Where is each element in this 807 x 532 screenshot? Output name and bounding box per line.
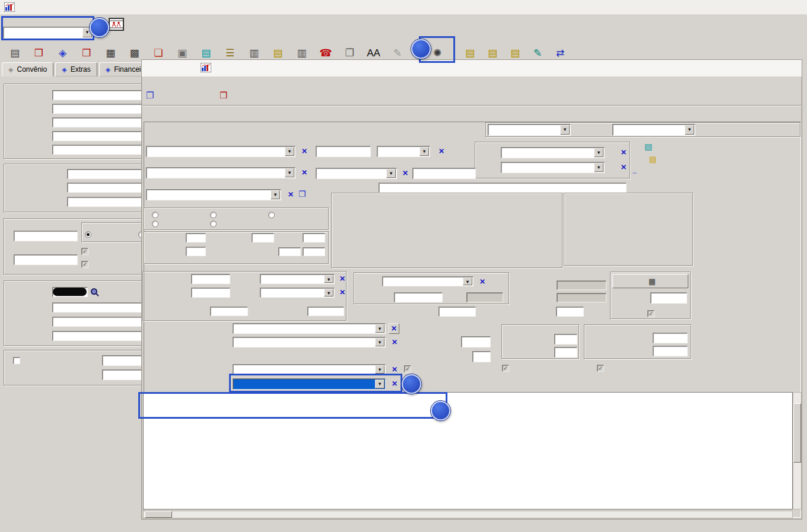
usuario-field[interactable] bbox=[102, 369, 141, 380]
bairro-field[interactable] bbox=[52, 331, 141, 341]
vertical-scrollbar-thumb[interactable] bbox=[793, 403, 801, 463]
qtde-ch-field[interactable] bbox=[650, 292, 687, 304]
lote-field[interactable] bbox=[14, 231, 78, 241]
nome-field[interactable] bbox=[52, 90, 141, 100]
n-aux-field[interactable] bbox=[307, 307, 344, 316]
plano-copy-icon[interactable]: ❐ bbox=[298, 189, 306, 199]
transferencia-icon[interactable]: ⇄ bbox=[552, 46, 568, 60]
numero-origem-field[interactable] bbox=[14, 254, 78, 265]
colocar-cnpj-checkbox[interactable] bbox=[81, 248, 88, 255]
grupo-desconto-select[interactable] bbox=[146, 167, 296, 179]
servico-select[interactable] bbox=[146, 146, 296, 157]
gaveta-amarela1-icon[interactable]: ▤ bbox=[462, 46, 478, 60]
gaveta-amarela2-icon[interactable]: ▤ bbox=[485, 46, 500, 60]
tabela-tiss-clear-button[interactable] bbox=[389, 323, 399, 334]
porc-aux-field[interactable] bbox=[210, 307, 248, 316]
honorarios-field[interactable] bbox=[191, 288, 230, 298]
servico-clear-icon[interactable] bbox=[300, 148, 309, 156]
plano-select[interactable] bbox=[146, 189, 281, 200]
valores-reais-button[interactable]: ▦ bbox=[612, 274, 688, 288]
dias-autorizacao-field[interactable] bbox=[461, 336, 491, 348]
tipo-taxa-sala-radio[interactable] bbox=[210, 221, 217, 227]
limite-mensal-field[interactable] bbox=[252, 233, 274, 243]
atualizar-matricula-checkbox[interactable] bbox=[81, 261, 88, 268]
cep-search-icon[interactable] bbox=[90, 288, 100, 297]
editar-nota-icon[interactable]: ✎ bbox=[530, 46, 545, 60]
servico-abrev-clear-icon[interactable] bbox=[437, 148, 446, 156]
dias-laudo-field[interactable] bbox=[278, 247, 301, 256]
tipo-retorno-radio[interactable] bbox=[210, 212, 217, 218]
dia-reapresentacao-field[interactable] bbox=[472, 351, 491, 362]
servico-abrev-select[interactable] bbox=[377, 146, 430, 157]
close-button[interactable] bbox=[777, 60, 803, 76]
filme-tipo-select[interactable] bbox=[382, 276, 474, 286]
quantidade-field[interactable] bbox=[394, 292, 443, 302]
annotation-rect-4 bbox=[229, 374, 402, 393]
grau-select[interactable] bbox=[233, 337, 386, 348]
razao-social-field[interactable] bbox=[52, 104, 141, 114]
grupo-desconto-clear-icon[interactable] bbox=[300, 169, 309, 177]
limites-quantidade-field[interactable] bbox=[554, 334, 577, 345]
tipo-atendimento-clear-icon[interactable] bbox=[390, 366, 399, 374]
obs-obrigatoria-checkbox[interactable] bbox=[502, 365, 509, 372]
grid-vertical-scrollbar[interactable] bbox=[793, 392, 802, 509]
registro-ans-field[interactable] bbox=[52, 117, 141, 128]
ind-op-clear-icon[interactable] bbox=[338, 275, 347, 283]
dialog-titlebar[interactable] bbox=[142, 60, 802, 77]
annotation-step-2 bbox=[411, 39, 431, 59]
tipo-consulta-radio[interactable] bbox=[152, 212, 158, 218]
hora-laudo-field[interactable] bbox=[303, 247, 325, 256]
cod-prest-op-field[interactable] bbox=[52, 145, 141, 155]
mostrar-data-checkbox[interactable] bbox=[404, 365, 411, 372]
matricula-field[interactable] bbox=[52, 131, 141, 141]
ind-op-select[interactable] bbox=[260, 274, 335, 284]
valor-do-servico-button[interactable] bbox=[295, 88, 300, 101]
tipo-diaria-radio[interactable] bbox=[268, 212, 275, 218]
grupo1-clear-icon[interactable] bbox=[619, 149, 628, 157]
gaveta-amarela3-icon[interactable]: ▤ bbox=[507, 46, 523, 60]
honorarios-idx-field[interactable] bbox=[67, 183, 141, 193]
maximize-button[interactable] bbox=[751, 60, 777, 76]
videolaparoscopia-field[interactable] bbox=[653, 346, 688, 356]
gerar-guia-automatico-radio[interactable] bbox=[85, 231, 91, 238]
incidencia-field[interactable] bbox=[186, 233, 206, 243]
codigo-field[interactable] bbox=[316, 146, 371, 157]
online-checkbox[interactable] bbox=[13, 357, 20, 364]
grupo2-select[interactable] bbox=[501, 162, 605, 173]
servicos-adicionais-button[interactable]: ❒ bbox=[220, 90, 230, 101]
qtde-field[interactable] bbox=[303, 233, 325, 243]
tabela-tiss-select[interactable] bbox=[233, 323, 386, 334]
dias-retorno-field[interactable] bbox=[186, 247, 206, 256]
codigo-tiss-field[interactable] bbox=[412, 168, 476, 179]
versao-tiss-field[interactable] bbox=[102, 355, 141, 366]
filtrar-plano-select[interactable] bbox=[488, 124, 571, 136]
grupo2-clear-icon[interactable] bbox=[619, 164, 628, 172]
plano-clear-icon[interactable] bbox=[287, 191, 295, 199]
grid-horizontal-scrollbar[interactable] bbox=[143, 511, 793, 518]
horizontal-scrollbar-thumb[interactable] bbox=[145, 511, 172, 518]
c-operacionais-field[interactable] bbox=[191, 274, 230, 284]
fator-field[interactable] bbox=[556, 307, 584, 317]
ind-hono-select[interactable] bbox=[260, 288, 335, 298]
custo-operacional-field[interactable] bbox=[67, 169, 141, 179]
disponiveis-select[interactable] bbox=[612, 124, 695, 136]
nome-tiss-field[interactable] bbox=[379, 183, 627, 193]
copiar-tab-servico-button[interactable]: ❐ bbox=[146, 90, 156, 101]
grupo1-select[interactable] bbox=[501, 147, 605, 158]
convencional-field[interactable] bbox=[653, 333, 688, 343]
minimize-button[interactable] bbox=[725, 60, 751, 76]
classificacao-select[interactable] bbox=[316, 168, 397, 179]
tipo-procedimento-radio[interactable] bbox=[152, 221, 158, 227]
estado-field[interactable] bbox=[52, 317, 141, 327]
complemento-field[interactable] bbox=[52, 302, 141, 313]
limites-periodo-field[interactable] bbox=[554, 347, 577, 358]
anestesista-field[interactable] bbox=[67, 197, 141, 207]
valor-field bbox=[466, 292, 503, 302]
binocular-checkbox[interactable] bbox=[647, 310, 655, 317]
classificacao-clear-icon[interactable] bbox=[401, 170, 409, 178]
filme-tipo-clear-icon[interactable] bbox=[478, 278, 487, 286]
grau-clear-icon[interactable] bbox=[390, 339, 399, 347]
ind-hono-clear-icon[interactable] bbox=[338, 289, 347, 297]
negociados-checkbox[interactable] bbox=[597, 365, 604, 372]
perc-comanda-field[interactable] bbox=[439, 307, 476, 317]
